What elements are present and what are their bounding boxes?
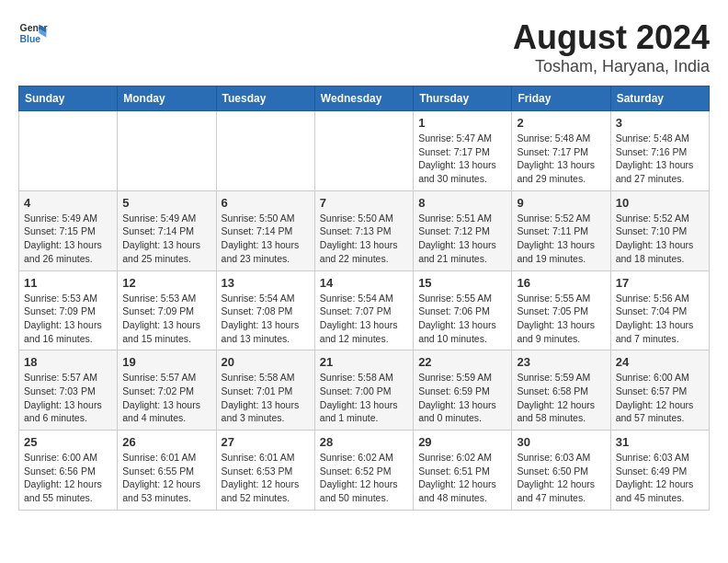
- day-info: Sunrise: 6:02 AM Sunset: 6:52 PM Dayligh…: [320, 451, 408, 505]
- day-info: Sunrise: 5:50 AM Sunset: 7:13 PM Dayligh…: [320, 212, 408, 266]
- day-number: 5: [122, 196, 210, 210]
- day-number: 25: [24, 435, 112, 449]
- day-info: Sunrise: 5:51 AM Sunset: 7:12 PM Dayligh…: [418, 212, 506, 266]
- day-info: Sunrise: 5:57 AM Sunset: 7:02 PM Dayligh…: [122, 371, 210, 425]
- day-number: 24: [616, 355, 704, 369]
- day-number: 7: [320, 196, 408, 210]
- calendar-week-row: 18Sunrise: 5:57 AM Sunset: 7:03 PM Dayli…: [19, 350, 710, 431]
- calendar-cell: 15Sunrise: 5:55 AM Sunset: 7:06 PM Dayli…: [414, 270, 512, 350]
- calendar-cell: 26Sunrise: 6:01 AM Sunset: 6:55 PM Dayli…: [118, 431, 216, 511]
- calendar-cell: 3Sunrise: 5:48 AM Sunset: 7:16 PM Daylig…: [610, 111, 709, 191]
- day-info: Sunrise: 5:58 AM Sunset: 7:01 PM Dayligh…: [222, 371, 310, 425]
- day-header: Monday: [118, 86, 216, 111]
- day-header: Saturday: [610, 86, 709, 111]
- calendar-cell: 25Sunrise: 6:00 AM Sunset: 6:56 PM Dayli…: [19, 431, 118, 511]
- calendar-cell: 8Sunrise: 5:51 AM Sunset: 7:12 PM Daylig…: [414, 190, 512, 270]
- day-number: 13: [222, 276, 310, 290]
- calendar-week-row: 25Sunrise: 6:00 AM Sunset: 6:56 PM Dayli…: [19, 431, 710, 511]
- day-info: Sunrise: 5:53 AM Sunset: 7:09 PM Dayligh…: [24, 292, 112, 346]
- calendar-cell: [19, 111, 118, 191]
- calendar-cell: 1Sunrise: 5:47 AM Sunset: 7:17 PM Daylig…: [414, 111, 512, 191]
- day-number: 10: [616, 196, 704, 210]
- day-info: Sunrise: 6:02 AM Sunset: 6:51 PM Dayligh…: [418, 451, 506, 505]
- calendar-header-row: SundayMondayTuesdayWednesdayThursdayFrid…: [19, 86, 710, 111]
- calendar-subtitle: Tosham, Haryana, India: [513, 57, 710, 76]
- calendar-week-row: 1Sunrise: 5:47 AM Sunset: 7:17 PM Daylig…: [19, 111, 710, 191]
- calendar-table: SundayMondayTuesdayWednesdayThursdayFrid…: [18, 86, 710, 511]
- day-number: 6: [222, 196, 310, 210]
- day-number: 21: [320, 355, 408, 369]
- day-info: Sunrise: 6:00 AM Sunset: 6:57 PM Dayligh…: [616, 371, 704, 425]
- calendar-cell: 14Sunrise: 5:54 AM Sunset: 7:07 PM Dayli…: [314, 270, 413, 350]
- calendar-cell: 27Sunrise: 6:01 AM Sunset: 6:53 PM Dayli…: [216, 431, 314, 511]
- day-info: Sunrise: 5:56 AM Sunset: 7:04 PM Dayligh…: [616, 292, 704, 346]
- day-number: 31: [616, 435, 704, 449]
- page-header: General Blue August 2024 Tosham, Haryana…: [18, 18, 710, 76]
- day-info: Sunrise: 5:48 AM Sunset: 7:16 PM Dayligh…: [616, 132, 704, 186]
- calendar-cell: 28Sunrise: 6:02 AM Sunset: 6:52 PM Dayli…: [314, 431, 413, 511]
- calendar-cell: 10Sunrise: 5:52 AM Sunset: 7:10 PM Dayli…: [610, 190, 709, 270]
- day-number: 26: [122, 435, 210, 449]
- day-info: Sunrise: 5:54 AM Sunset: 7:07 PM Dayligh…: [320, 292, 408, 346]
- day-number: 29: [418, 435, 506, 449]
- calendar-cell: [118, 111, 216, 191]
- logo-icon: General Blue: [18, 18, 48, 48]
- calendar-cell: [216, 111, 314, 191]
- calendar-cell: 4Sunrise: 5:49 AM Sunset: 7:15 PM Daylig…: [19, 190, 118, 270]
- day-header: Tuesday: [216, 86, 314, 111]
- calendar-cell: 23Sunrise: 5:59 AM Sunset: 6:58 PM Dayli…: [512, 350, 610, 431]
- day-info: Sunrise: 5:59 AM Sunset: 6:58 PM Dayligh…: [517, 371, 605, 425]
- calendar-cell: 6Sunrise: 5:50 AM Sunset: 7:14 PM Daylig…: [216, 190, 314, 270]
- calendar-cell: 21Sunrise: 5:58 AM Sunset: 7:00 PM Dayli…: [314, 350, 413, 431]
- day-info: Sunrise: 5:54 AM Sunset: 7:08 PM Dayligh…: [222, 292, 310, 346]
- day-number: 9: [517, 196, 605, 210]
- day-number: 19: [122, 355, 210, 369]
- calendar-title: August 2024: [513, 18, 710, 57]
- calendar-cell: 2Sunrise: 5:48 AM Sunset: 7:17 PM Daylig…: [512, 111, 610, 191]
- day-number: 14: [320, 276, 408, 290]
- svg-text:Blue: Blue: [20, 34, 41, 44]
- day-number: 17: [616, 276, 704, 290]
- day-info: Sunrise: 6:03 AM Sunset: 6:49 PM Dayligh…: [616, 451, 704, 505]
- day-info: Sunrise: 6:00 AM Sunset: 6:56 PM Dayligh…: [24, 451, 112, 505]
- day-info: Sunrise: 5:57 AM Sunset: 7:03 PM Dayligh…: [24, 371, 112, 425]
- calendar-cell: 30Sunrise: 6:03 AM Sunset: 6:50 PM Dayli…: [512, 431, 610, 511]
- day-info: Sunrise: 5:48 AM Sunset: 7:17 PM Dayligh…: [517, 132, 605, 186]
- calendar-cell: 20Sunrise: 5:58 AM Sunset: 7:01 PM Dayli…: [216, 350, 314, 431]
- day-number: 8: [418, 196, 506, 210]
- day-info: Sunrise: 6:03 AM Sunset: 6:50 PM Dayligh…: [517, 451, 605, 505]
- day-info: Sunrise: 5:47 AM Sunset: 7:17 PM Dayligh…: [418, 132, 506, 186]
- calendar-cell: 31Sunrise: 6:03 AM Sunset: 6:49 PM Dayli…: [610, 431, 709, 511]
- day-number: 20: [222, 355, 310, 369]
- day-info: Sunrise: 6:01 AM Sunset: 6:55 PM Dayligh…: [122, 451, 210, 505]
- calendar-cell: 29Sunrise: 6:02 AM Sunset: 6:51 PM Dayli…: [414, 431, 512, 511]
- day-number: 15: [418, 276, 506, 290]
- day-number: 16: [517, 276, 605, 290]
- calendar-week-row: 11Sunrise: 5:53 AM Sunset: 7:09 PM Dayli…: [19, 270, 710, 350]
- calendar-cell: 7Sunrise: 5:50 AM Sunset: 7:13 PM Daylig…: [314, 190, 413, 270]
- title-block: August 2024 Tosham, Haryana, India: [513, 18, 710, 76]
- calendar-cell: 12Sunrise: 5:53 AM Sunset: 7:09 PM Dayli…: [118, 270, 216, 350]
- day-info: Sunrise: 5:49 AM Sunset: 7:15 PM Dayligh…: [24, 212, 112, 266]
- day-header: Friday: [512, 86, 610, 111]
- calendar-week-row: 4Sunrise: 5:49 AM Sunset: 7:15 PM Daylig…: [19, 190, 710, 270]
- day-info: Sunrise: 5:55 AM Sunset: 7:05 PM Dayligh…: [517, 292, 605, 346]
- day-info: Sunrise: 5:52 AM Sunset: 7:11 PM Dayligh…: [517, 212, 605, 266]
- day-number: 22: [418, 355, 506, 369]
- day-info: Sunrise: 5:49 AM Sunset: 7:14 PM Dayligh…: [122, 212, 210, 266]
- calendar-cell: [314, 111, 413, 191]
- calendar-cell: 16Sunrise: 5:55 AM Sunset: 7:05 PM Dayli…: [512, 270, 610, 350]
- day-info: Sunrise: 5:55 AM Sunset: 7:06 PM Dayligh…: [418, 292, 506, 346]
- calendar-cell: 17Sunrise: 5:56 AM Sunset: 7:04 PM Dayli…: [610, 270, 709, 350]
- day-number: 27: [222, 435, 310, 449]
- calendar-cell: 18Sunrise: 5:57 AM Sunset: 7:03 PM Dayli…: [19, 350, 118, 431]
- logo: General Blue: [18, 18, 48, 48]
- day-number: 3: [616, 116, 704, 130]
- day-number: 1: [418, 116, 506, 130]
- day-number: 2: [517, 116, 605, 130]
- day-number: 12: [122, 276, 210, 290]
- day-number: 28: [320, 435, 408, 449]
- day-header: Wednesday: [314, 86, 413, 111]
- calendar-cell: 9Sunrise: 5:52 AM Sunset: 7:11 PM Daylig…: [512, 190, 610, 270]
- day-number: 4: [24, 196, 112, 210]
